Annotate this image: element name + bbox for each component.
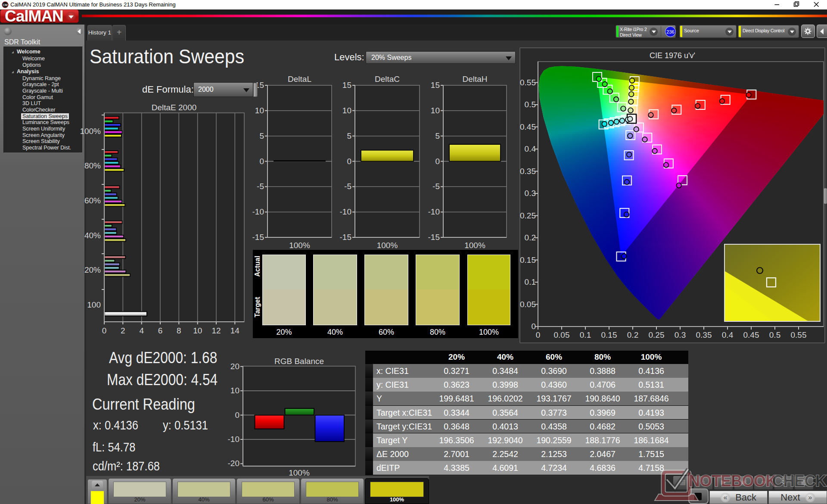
svg-text:CHECK: CHECK <box>772 472 827 490</box>
svg-text:NOTEBOOK: NOTEBOOK <box>689 472 777 490</box>
